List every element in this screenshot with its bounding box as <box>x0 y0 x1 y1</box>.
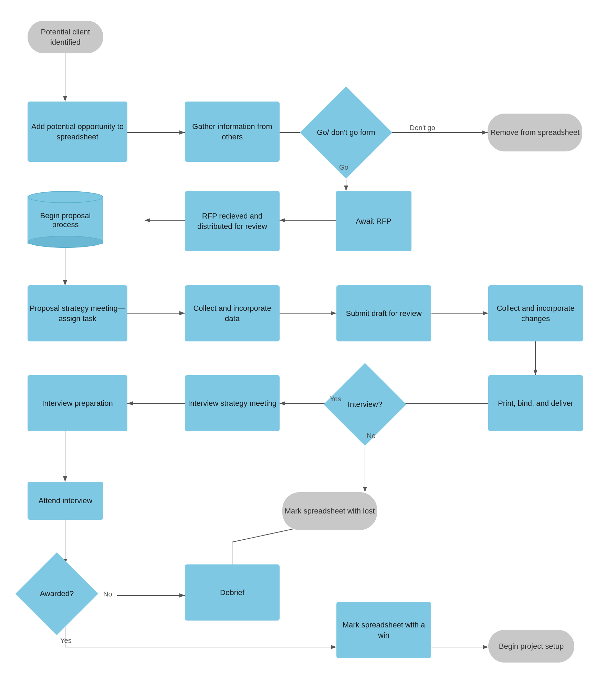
add-opportunity-node: Add potential opportunity to spreadsheet <box>28 102 127 162</box>
remove-spreadsheet-node: Remove from spreadsheet <box>488 114 582 151</box>
mark-win-node: Mark spreadsheet with a win <box>336 602 431 658</box>
attend-interview-node: Attend interview <box>28 482 103 520</box>
dont-go-label: Don't go <box>410 124 435 132</box>
gather-info-node: Gather information from others <box>185 102 280 162</box>
collect-changes-node: Collect and incorporate changes <box>488 285 583 341</box>
await-rfp-node: Await RFP <box>336 191 411 251</box>
yes-label-awarded: Yes <box>60 637 72 645</box>
no-label-awarded: No <box>103 590 112 598</box>
flowchart: Potential client identified Add potentia… <box>0 0 616 688</box>
begin-project-node: Begin project setup <box>488 630 574 663</box>
no-label-interview: No <box>367 432 376 440</box>
go-label: Go <box>339 163 348 171</box>
proposal-strategy-node: Proposal strategy meeting— assign task <box>28 285 127 341</box>
submit-draft-node: Submit draft for review <box>336 285 431 341</box>
interview-decision-node: Interview? <box>324 363 406 446</box>
potential-client-node: Potential client identified <box>28 21 103 53</box>
yes-label-interview: Yes <box>330 395 341 403</box>
print-bind-node: Print, bind, and deliver <box>488 375 583 431</box>
begin-proposal-node: Begin proposal process <box>28 191 103 248</box>
mark-lost-node: Mark spreadsheet with lost <box>282 492 377 530</box>
rfp-received-node: RFP recieved and distributed for review <box>185 191 280 251</box>
collect-data-node: Collect and incorporate data <box>185 285 280 341</box>
awarded-decision-node: Awarded? <box>15 552 98 635</box>
interview-prep-node: Interview preparation <box>28 375 127 431</box>
interview-strategy-node: Interview strategy meeting <box>185 375 280 431</box>
debrief-node: Debrief <box>185 564 280 621</box>
